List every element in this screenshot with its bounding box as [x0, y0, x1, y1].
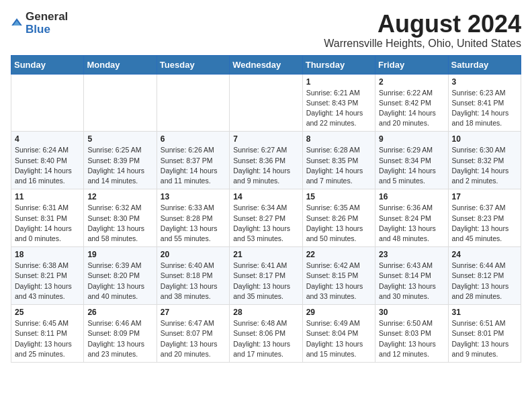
- day-number: 9: [379, 134, 444, 144]
- logo-icon: [11, 17, 23, 30]
- calendar-cell: [157, 74, 229, 132]
- day-number: 11: [15, 192, 80, 201]
- calendar-cell: 9Sunrise: 6:29 AM Sunset: 8:34 PM Daylig…: [375, 132, 448, 189]
- day-number: 21: [233, 250, 298, 259]
- day-number: 26: [87, 308, 152, 317]
- day-number: 15: [306, 192, 371, 201]
- calendar-cell: [84, 74, 157, 132]
- day-info: Sunrise: 6:46 AM Sunset: 8:09 PM Dayligh…: [87, 318, 152, 359]
- day-number: 29: [306, 308, 371, 317]
- day-info: Sunrise: 6:37 AM Sunset: 8:23 PM Dayligh…: [452, 203, 517, 244]
- calendar-cell: 11Sunrise: 6:31 AM Sunset: 8:31 PM Dayli…: [11, 189, 84, 247]
- calendar-cell: 25Sunrise: 6:45 AM Sunset: 8:11 PM Dayli…: [11, 305, 84, 363]
- location-subtitle: Warrensville Heights, Ohio, United State…: [324, 38, 521, 50]
- day-number: 17: [452, 192, 517, 201]
- day-number: 12: [87, 192, 152, 201]
- day-info: Sunrise: 6:39 AM Sunset: 8:20 PM Dayligh…: [87, 261, 152, 302]
- day-info: Sunrise: 6:41 AM Sunset: 8:17 PM Dayligh…: [233, 261, 298, 302]
- day-info: Sunrise: 6:47 AM Sunset: 8:07 PM Dayligh…: [161, 318, 226, 359]
- calendar-cell: 5Sunrise: 6:25 AM Sunset: 8:39 PM Daylig…: [84, 132, 157, 189]
- day-info: Sunrise: 6:26 AM Sunset: 8:37 PM Dayligh…: [161, 145, 226, 186]
- calendar-cell: [230, 74, 302, 132]
- day-info: Sunrise: 6:51 AM Sunset: 8:01 PM Dayligh…: [452, 318, 517, 359]
- calendar-cell: 2Sunrise: 6:22 AM Sunset: 8:42 PM Daylig…: [375, 74, 448, 132]
- calendar-week-row: 18Sunrise: 6:38 AM Sunset: 8:21 PM Dayli…: [11, 247, 521, 305]
- weekday-header-tuesday: Tuesday: [157, 55, 229, 74]
- day-info: Sunrise: 6:28 AM Sunset: 8:35 PM Dayligh…: [306, 145, 371, 186]
- calendar-cell: [11, 74, 84, 132]
- day-info: Sunrise: 6:44 AM Sunset: 8:12 PM Dayligh…: [452, 261, 517, 302]
- calendar-cell: 26Sunrise: 6:46 AM Sunset: 8:09 PM Dayli…: [84, 305, 157, 363]
- day-info: Sunrise: 6:45 AM Sunset: 8:11 PM Dayligh…: [15, 318, 80, 359]
- calendar-cell: 12Sunrise: 6:32 AM Sunset: 8:30 PM Dayli…: [84, 189, 157, 247]
- day-number: 20: [161, 250, 226, 259]
- day-info: Sunrise: 6:29 AM Sunset: 8:34 PM Dayligh…: [379, 145, 444, 186]
- day-number: 23: [379, 250, 444, 259]
- day-info: Sunrise: 6:50 AM Sunset: 8:03 PM Dayligh…: [379, 318, 444, 359]
- day-info: Sunrise: 6:32 AM Sunset: 8:30 PM Dayligh…: [87, 203, 152, 244]
- day-number: 30: [379, 308, 444, 317]
- calendar-cell: 4Sunrise: 6:24 AM Sunset: 8:40 PM Daylig…: [11, 132, 84, 189]
- calendar-cell: 13Sunrise: 6:33 AM Sunset: 8:28 PM Dayli…: [157, 189, 229, 247]
- day-info: Sunrise: 6:24 AM Sunset: 8:40 PM Dayligh…: [15, 145, 80, 186]
- day-number: 6: [161, 134, 226, 144]
- day-info: Sunrise: 6:22 AM Sunset: 8:42 PM Dayligh…: [379, 88, 444, 129]
- calendar-cell: 3Sunrise: 6:23 AM Sunset: 8:41 PM Daylig…: [448, 74, 521, 132]
- page-header: General Blue August 2024 Warrensville He…: [11, 11, 521, 50]
- calendar-week-row: 25Sunrise: 6:45 AM Sunset: 8:11 PM Dayli…: [11, 305, 521, 363]
- calendar-cell: 29Sunrise: 6:49 AM Sunset: 8:04 PM Dayli…: [302, 305, 375, 363]
- calendar-cell: 24Sunrise: 6:44 AM Sunset: 8:12 PM Dayli…: [448, 247, 521, 305]
- calendar-cell: 16Sunrise: 6:36 AM Sunset: 8:24 PM Dayli…: [375, 189, 448, 247]
- day-number: 8: [306, 134, 371, 144]
- calendar-cell: 1Sunrise: 6:21 AM Sunset: 8:43 PM Daylig…: [302, 74, 375, 132]
- day-number: 1: [306, 77, 371, 87]
- calendar-table: SundayMondayTuesdayWednesdayThursdayFrid…: [11, 55, 521, 363]
- day-number: 5: [87, 134, 152, 144]
- day-info: Sunrise: 6:48 AM Sunset: 8:06 PM Dayligh…: [233, 318, 298, 359]
- day-info: Sunrise: 6:36 AM Sunset: 8:24 PM Dayligh…: [379, 203, 444, 244]
- day-number: 27: [161, 308, 226, 317]
- day-number: 3: [452, 77, 517, 87]
- calendar-cell: 22Sunrise: 6:42 AM Sunset: 8:15 PM Dayli…: [302, 247, 375, 305]
- day-info: Sunrise: 6:21 AM Sunset: 8:43 PM Dayligh…: [306, 88, 371, 129]
- logo-blue-text: Blue: [26, 24, 68, 36]
- weekday-header-monday: Monday: [84, 55, 157, 74]
- day-info: Sunrise: 6:38 AM Sunset: 8:21 PM Dayligh…: [15, 261, 80, 302]
- calendar-cell: 28Sunrise: 6:48 AM Sunset: 8:06 PM Dayli…: [230, 305, 302, 363]
- day-info: Sunrise: 6:43 AM Sunset: 8:14 PM Dayligh…: [379, 261, 444, 302]
- calendar-cell: 27Sunrise: 6:47 AM Sunset: 8:07 PM Dayli…: [157, 305, 229, 363]
- day-number: 14: [233, 192, 298, 201]
- weekday-header-row: SundayMondayTuesdayWednesdayThursdayFrid…: [11, 55, 521, 74]
- weekday-header-thursday: Thursday: [302, 55, 375, 74]
- calendar-cell: 6Sunrise: 6:26 AM Sunset: 8:37 PM Daylig…: [157, 132, 229, 189]
- calendar-cell: 30Sunrise: 6:50 AM Sunset: 8:03 PM Dayli…: [375, 305, 448, 363]
- day-info: Sunrise: 6:40 AM Sunset: 8:18 PM Dayligh…: [161, 261, 226, 302]
- calendar-cell: 31Sunrise: 6:51 AM Sunset: 8:01 PM Dayli…: [448, 305, 521, 363]
- day-number: 18: [15, 250, 80, 259]
- month-year-title: August 2024: [324, 11, 521, 38]
- weekday-header-sunday: Sunday: [11, 55, 84, 74]
- day-number: 22: [306, 250, 371, 259]
- day-info: Sunrise: 6:35 AM Sunset: 8:26 PM Dayligh…: [306, 203, 371, 244]
- calendar-cell: 21Sunrise: 6:41 AM Sunset: 8:17 PM Dayli…: [230, 247, 302, 305]
- calendar-cell: 20Sunrise: 6:40 AM Sunset: 8:18 PM Dayli…: [157, 247, 229, 305]
- title-section: August 2024 Warrensville Heights, Ohio, …: [324, 11, 521, 50]
- day-number: 13: [161, 192, 226, 201]
- day-number: 16: [379, 192, 444, 201]
- calendar-cell: 23Sunrise: 6:43 AM Sunset: 8:14 PM Dayli…: [375, 247, 448, 305]
- calendar-cell: 17Sunrise: 6:37 AM Sunset: 8:23 PM Dayli…: [448, 189, 521, 247]
- calendar-cell: 14Sunrise: 6:34 AM Sunset: 8:27 PM Dayli…: [230, 189, 302, 247]
- day-info: Sunrise: 6:34 AM Sunset: 8:27 PM Dayligh…: [233, 203, 298, 244]
- day-info: Sunrise: 6:27 AM Sunset: 8:36 PM Dayligh…: [233, 145, 298, 186]
- day-info: Sunrise: 6:30 AM Sunset: 8:32 PM Dayligh…: [452, 145, 517, 186]
- day-number: 10: [452, 134, 517, 144]
- calendar-week-row: 11Sunrise: 6:31 AM Sunset: 8:31 PM Dayli…: [11, 189, 521, 247]
- day-number: 19: [87, 250, 152, 259]
- weekday-header-friday: Friday: [375, 55, 448, 74]
- day-number: 28: [233, 308, 298, 317]
- day-number: 31: [452, 308, 517, 317]
- logo-general-text: General: [26, 11, 68, 24]
- day-info: Sunrise: 6:25 AM Sunset: 8:39 PM Dayligh…: [87, 145, 152, 186]
- calendar-cell: 8Sunrise: 6:28 AM Sunset: 8:35 PM Daylig…: [302, 132, 375, 189]
- calendar-cell: 10Sunrise: 6:30 AM Sunset: 8:32 PM Dayli…: [448, 132, 521, 189]
